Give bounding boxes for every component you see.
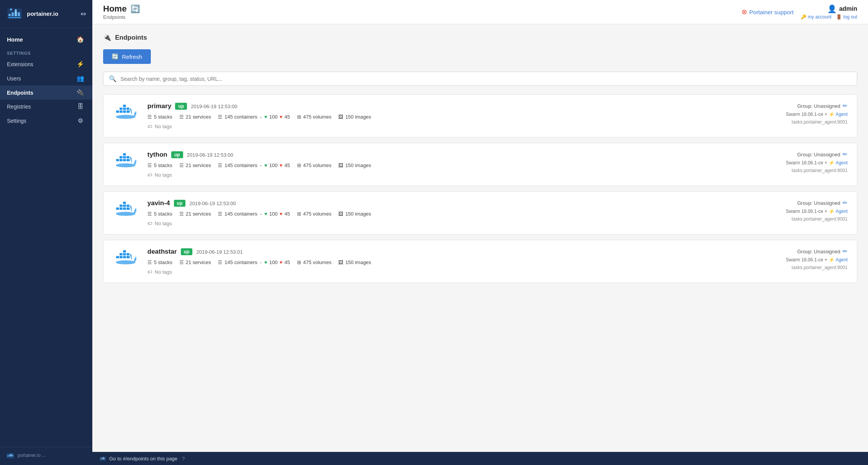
edit-group-icon[interactable]: ✏ — [843, 248, 848, 255]
endpoint-name-row: tython up 2019-06-19 12:53:00 — [147, 151, 763, 159]
svg-rect-14 — [120, 110, 123, 113]
endpoint-tags: 🏷 No tags — [147, 124, 763, 129]
stacks-icon: ☰ — [147, 259, 152, 265]
svg-rect-17 — [120, 108, 123, 110]
endpoint-name-row: yavin-4 up 2019-06-19 12:53:00 — [147, 199, 763, 207]
settings-icon: ⚙ — [75, 117, 85, 124]
endpoints-list: primary up 2019-06-19 12:53:00 ☰ 5 stack… — [103, 94, 857, 283]
endpoint-card[interactable]: deathstar up 2019-06-19 12:53:01 ☰ 5 sta… — [103, 240, 857, 283]
svg-rect-46 — [127, 253, 130, 256]
endpoint-tags: 🏷 No tags — [147, 221, 763, 226]
docker-logo — [115, 151, 138, 168]
footer-logo: portainer.io ... — [6, 451, 86, 460]
extensions-icon: ⚡ — [75, 60, 85, 68]
docker-logo — [115, 102, 138, 120]
endpoint-info: tython up 2019-06-19 12:53:00 ☰ 5 stacks… — [147, 151, 763, 178]
svg-rect-28 — [127, 156, 130, 159]
search-input[interactable] — [120, 76, 851, 82]
sidebar-item-registries[interactable]: Registries 🗄 — [0, 100, 92, 114]
sidebar-item-users[interactable]: Users 👥 — [0, 71, 92, 85]
endpoint-tags: 🏷 No tags — [147, 172, 763, 178]
endpoint-url: tasks.portainer_agent:9001 — [792, 265, 848, 270]
sidebar-home-item[interactable]: Home 🏠 — [0, 32, 92, 47]
sidebar-home-label: Home — [7, 36, 23, 43]
endpoint-meta: Group: Unassigned ✏ Swarm 18.06.1-ce + ⚡… — [771, 102, 848, 125]
endpoint-tags: 🏷 No tags — [147, 269, 763, 275]
sidebar-nav: Home 🏠 SETTINGS Extensions ⚡ Users 👥 End… — [0, 28, 92, 447]
users-label: Users — [7, 75, 21, 82]
endpoint-stats: ☰ 5 stacks ☰ 21 services ☰ 145 container… — [147, 162, 763, 168]
svg-rect-35 — [120, 205, 123, 207]
group-label: Group: Unassigned ✏ — [797, 102, 848, 109]
sidebar-toggle-button[interactable]: ⇔ — [80, 10, 86, 18]
services-value: 21 services — [186, 114, 211, 120]
containers-icon: ☰ — [218, 259, 222, 265]
status-badge: up — [174, 200, 186, 207]
endpoint-url: tasks.portainer_agent:9001 — [792, 168, 848, 173]
svg-rect-52 — [103, 457, 103, 460]
endpoint-stats: ☰ 5 stacks ☰ 21 services ☰ 145 container… — [147, 259, 763, 265]
images-icon: 🖼 — [338, 259, 343, 265]
svg-rect-15 — [123, 110, 126, 113]
containers-value: 145 containers — [224, 259, 257, 265]
home-icon: 🏠 — [75, 36, 85, 43]
volumes-stat: ⊞ 475 volumes — [297, 162, 332, 168]
edit-group-icon[interactable]: ✏ — [843, 199, 848, 206]
images-stat: 🖼 150 images — [338, 162, 371, 168]
endpoint-card[interactable]: yavin-4 up 2019-06-19 12:53:00 ☰ 5 stack… — [103, 191, 857, 234]
images-stat: 🖼 150 images — [338, 259, 371, 265]
endpoint-card[interactable]: primary up 2019-06-19 12:53:00 ☰ 5 stack… — [103, 94, 857, 137]
services-stat: ☰ 21 services — [179, 114, 211, 120]
services-stat: ☰ 21 services — [179, 211, 211, 217]
admin-links: 🔑 my account 🚪 log out — [801, 14, 857, 20]
stacks-stat: ☰ 5 stacks — [147, 114, 172, 120]
tag-icon: 🏷 — [147, 269, 152, 275]
refresh-btn-icon: 🔄 — [112, 53, 119, 60]
sidebar: portainer.io ⇔ Home 🏠 SETTINGS Extension… — [0, 0, 92, 465]
tags-value: No tags — [155, 172, 172, 178]
endpoints-icon: 🔌 — [75, 89, 85, 96]
sidebar-item-extensions[interactable]: Extensions ⚡ — [0, 57, 92, 71]
log-out-link[interactable]: 🚪 log out — [836, 14, 857, 20]
health-bad-icon: ♥ — [279, 211, 282, 217]
svg-rect-31 — [116, 207, 119, 210]
volumes-value: 475 volumes — [303, 114, 332, 120]
endpoint-url: tasks.portainer_agent:9001 — [792, 216, 848, 222]
group-text: Group: Unassigned — [797, 249, 840, 254]
swarm-info: Swarm 18.06.1-ce + ⚡ Agent — [786, 112, 848, 117]
sidebar-footer: portainer.io ... — [0, 447, 92, 465]
edit-group-icon[interactable]: ✏ — [843, 102, 848, 109]
svg-rect-22 — [116, 159, 119, 161]
svg-rect-5 — [8, 17, 21, 18]
stacks-icon: ☰ — [147, 162, 152, 168]
svg-rect-43 — [127, 256, 130, 258]
svg-rect-20 — [123, 105, 126, 107]
services-value: 21 services — [186, 211, 211, 217]
svg-rect-36 — [123, 205, 126, 207]
containers-value: 145 containers — [224, 162, 257, 168]
health-good-icon: ♥ — [264, 162, 267, 168]
sidebar-item-endpoints[interactable]: Endpoints 🔌 — [0, 85, 92, 100]
portainer-support-link[interactable]: ⊗ Portainer support — [741, 8, 794, 16]
docker-icon-container — [113, 199, 140, 217]
svg-rect-45 — [123, 253, 126, 256]
my-account-link[interactable]: 🔑 my account — [801, 14, 831, 20]
admin-avatar-icon: 👤 — [827, 4, 837, 13]
admin-section: 👤 admin 🔑 my account 🚪 log out — [801, 4, 857, 20]
svg-rect-12 — [12, 455, 13, 457]
endpoint-card[interactable]: tython up 2019-06-19 12:53:00 ☰ 5 stacks… — [103, 143, 857, 186]
endpoint-meta: Group: Unassigned ✏ Swarm 18.06.1-ce + ⚡… — [771, 151, 848, 173]
refresh-button[interactable]: 🔄 Refresh — [103, 49, 151, 64]
tags-value: No tags — [155, 124, 172, 129]
search-bar: 🔍 — [103, 72, 857, 86]
edit-group-icon[interactable]: ✏ — [843, 151, 848, 158]
sidebar-item-settings[interactable]: Settings ⚙ — [0, 114, 92, 128]
group-text: Group: Unassigned — [797, 103, 840, 109]
svg-rect-40 — [116, 256, 119, 258]
stacks-stat: ☰ 5 stacks — [147, 259, 172, 265]
containers-stat: ☰ 145 containers - ♥ 100 ♥ 45 — [218, 114, 290, 120]
title-refresh-icon[interactable]: 🔄 — [130, 4, 140, 13]
containers-icon: ☰ — [218, 162, 222, 168]
svg-rect-44 — [120, 253, 123, 256]
svg-rect-7 — [10, 8, 12, 10]
